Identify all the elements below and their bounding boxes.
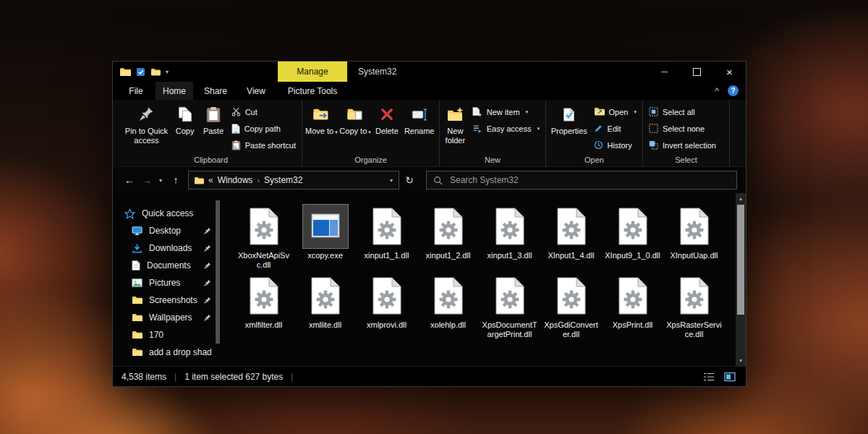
copy-to-button[interactable]: Copy to▾ (339, 102, 372, 155)
back-button[interactable]: ← (120, 171, 139, 190)
help-icon[interactable]: ? (728, 85, 739, 96)
paste-shortcut-icon (231, 140, 241, 150)
new-folder-toolbar-icon[interactable] (150, 68, 161, 76)
properties-button[interactable]: Properties (549, 102, 590, 155)
invert-selection-button[interactable]: Invert selection (646, 137, 719, 153)
new-item-button[interactable]: New item ▾ (469, 103, 542, 120)
refresh-button[interactable]: ↻ (399, 171, 420, 190)
select-none-button[interactable]: Select none (646, 120, 719, 137)
edit-button[interactable]: Edit (591, 120, 639, 137)
move-to-button[interactable]: Move to▾ (305, 102, 338, 155)
tab-picture-tools[interactable]: Picture Tools (278, 82, 346, 100)
ribbon-group-clipboard: Pin to Quick access Copy Paste Cut (120, 100, 302, 166)
dll-file-icon (248, 208, 280, 245)
sidebar-scrollbar[interactable] (216, 200, 220, 344)
content-scrollbar[interactable]: ▴ ▾ (736, 193, 746, 366)
close-button[interactable]: × (713, 61, 746, 82)
pinned-icon (203, 244, 211, 252)
file-tile-selected[interactable]: xcopy.exe (294, 202, 356, 270)
sidebar-item-wallpapers[interactable]: Wallpapers (113, 309, 220, 326)
rename-button[interactable]: Rename (402, 102, 436, 155)
file-tile[interactable]: XInput1_4.dll (540, 202, 602, 270)
sidebar-item-screenshots[interactable]: Screenshots (113, 292, 220, 309)
sidebar-item-quick-access[interactable]: Quick access (113, 205, 220, 222)
file-tile[interactable]: xmllite.dll (294, 271, 356, 339)
pin-to-quick-access-button[interactable]: Pin to Quick access (123, 102, 170, 155)
customize-toolbar-chevron-icon[interactable]: ▾ (166, 69, 169, 75)
crumb-overflow-button[interactable]: « (208, 175, 213, 185)
open-button[interactable]: Open ▾ (591, 103, 639, 120)
minimize-button[interactable]: ─ (648, 61, 681, 82)
tab-view[interactable]: View (238, 82, 274, 100)
copy-to-folder-icon (346, 108, 364, 122)
maximize-button[interactable] (681, 61, 713, 82)
file-tile[interactable]: xinput1_1.dll (356, 202, 417, 270)
manage-tab[interactable]: Manage (278, 61, 347, 82)
copy-path-button[interactable]: Copy path (229, 120, 299, 137)
tab-file[interactable]: File (122, 82, 150, 100)
scroll-up-icon[interactable]: ▴ (736, 193, 746, 204)
scroll-down-icon[interactable]: ▾ (736, 355, 746, 366)
select-all-button[interactable]: Select all (646, 103, 719, 120)
sidebar-item-170[interactable]: 170 (113, 326, 220, 344)
history-button[interactable]: History (591, 137, 639, 153)
invert-selection-icon (649, 140, 658, 150)
file-tile[interactable]: xmlfilter.dll (233, 271, 294, 339)
ribbon-strip-tools: ^ ? (715, 82, 739, 100)
copy-label: Copy (176, 127, 195, 136)
file-tile[interactable]: XInput9_1_0.dll (602, 202, 663, 270)
details-view-button[interactable] (702, 370, 716, 383)
ribbon-group-organize: Move to▾ Copy to▾ Delete Rename Organize (302, 100, 440, 166)
address-dropdown-icon[interactable]: ▾ (388, 177, 395, 184)
paste-button[interactable]: Paste (200, 102, 226, 155)
file-name: xinput1_2.dll (420, 251, 477, 260)
file-tile[interactable]: xmlprovi.dll (356, 271, 417, 339)
recent-locations-button[interactable]: ▾ (155, 171, 166, 190)
tab-share[interactable]: Share (197, 82, 234, 100)
file-tile[interactable]: XpsDocumentTargetPrint.dll (479, 271, 540, 339)
paste-shortcut-label: Paste shortcut (245, 141, 296, 150)
thumbnails-view-button[interactable] (723, 370, 737, 383)
properties-toolbar-icon[interactable] (136, 67, 145, 77)
scrollbar-thumb[interactable] (737, 205, 744, 315)
select-all-label: Select all (663, 108, 695, 116)
collapse-ribbon-icon[interactable]: ^ (715, 86, 719, 96)
sidebar-item-pictures[interactable]: Pictures (113, 274, 220, 292)
navigation-bar: ← → ▾ ↑ « Windows › System32 ▾ ↻ (113, 167, 746, 193)
file-tile[interactable]: XInputUap.dll (663, 202, 725, 270)
new-folder-button[interactable]: New folder (443, 102, 468, 155)
file-tile[interactable]: XpsGdiConverter.dll (540, 271, 602, 339)
up-button[interactable]: ↑ (166, 171, 185, 190)
file-tile[interactable]: XboxNetApiSvc.dll (233, 202, 294, 270)
sidebar-item-add-a-drop-shad[interactable]: add a drop shad (113, 344, 220, 361)
easy-access-button[interactable]: Easy access ▾ (469, 120, 542, 137)
sidebar-item-downloads[interactable]: Downloads (113, 239, 220, 257)
select-group-label: Select (644, 155, 728, 166)
tab-home[interactable]: Home (156, 82, 193, 100)
search-input[interactable] (448, 174, 730, 186)
file-tile[interactable]: XpsPrint.dll (602, 271, 663, 339)
file-tile[interactable]: xinput1_2.dll (417, 202, 479, 270)
quick-access-star-icon (124, 208, 135, 219)
paste-shortcut-button[interactable]: Paste shortcut (229, 137, 299, 153)
search-box[interactable] (426, 171, 737, 190)
breadcrumb-windows[interactable]: Windows (218, 175, 253, 185)
wallpapers-label: Wallpapers (149, 312, 192, 323)
address-bar[interactable]: « Windows › System32 ▾ (188, 171, 399, 190)
file-tile[interactable]: xinput1_3.dll (479, 202, 540, 270)
sidebar-item-documents[interactable]: Documents (113, 257, 220, 274)
file-tile[interactable]: xolehlp.dll (417, 271, 479, 339)
forward-button[interactable]: → (139, 171, 155, 190)
breadcrumb-system32[interactable]: System32 (264, 175, 302, 185)
new-folder-label: New folder (443, 127, 468, 145)
file-name: XpsRasterService.dll (666, 320, 723, 339)
ribbon-group-new: New folder New item ▾ Easy access ▾ New (440, 100, 546, 166)
copy-button[interactable]: Copy (171, 102, 198, 155)
delete-button[interactable]: Delete (373, 102, 401, 155)
paste-label: Paste (203, 127, 224, 136)
file-tile[interactable]: XpsRasterService.dll (663, 271, 725, 339)
sidebar-item-desktop[interactable]: Desktop (113, 222, 220, 239)
170-label: 170 (149, 330, 163, 340)
cut-button[interactable]: Cut (229, 103, 299, 120)
exe-file-icon (310, 208, 341, 245)
